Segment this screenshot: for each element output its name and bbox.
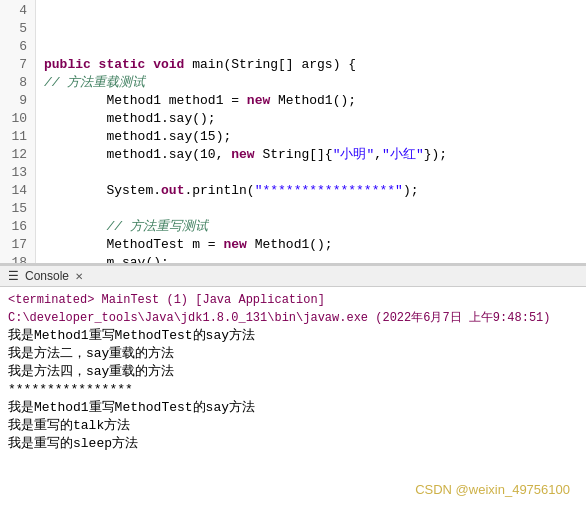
editor-area: 456789101112131415161718192021222324 pub…: [0, 0, 586, 265]
code-content[interactable]: public static void main(String[] args) {…: [36, 0, 586, 263]
code-line-14: MethodTest m = new Method1();: [44, 236, 578, 254]
line-number-9: 9: [4, 92, 27, 110]
line-number-10: 10: [4, 110, 27, 128]
console-hint: ✕: [75, 271, 83, 282]
console-output-line-1: 我是方法二，say重载的方法: [8, 345, 578, 363]
code-line-8: method1.say(15);: [44, 128, 578, 146]
console-icon: ☰: [8, 269, 19, 283]
line-number-11: 11: [4, 128, 27, 146]
console-terminated: <terminated> MainTest (1) [Java Applicat…: [8, 291, 578, 327]
line-number-12: 12: [4, 146, 27, 164]
console-header: ☰ Console ✕: [0, 265, 586, 287]
code-line-13: // 方法重写测试: [44, 218, 578, 236]
code-line-6: Method1 method1 = new Method1();: [44, 92, 578, 110]
code-line-11: System.out.println("*****************");: [44, 182, 578, 200]
console-output-line-0: 我是Method1重写MethodTest的say方法: [8, 327, 578, 345]
line-number-4: 4: [4, 2, 27, 20]
code-line-5: // 方法重载测试: [44, 74, 578, 92]
line-number-6: 6: [4, 38, 27, 56]
code-line-7: method1.say();: [44, 110, 578, 128]
console-label: Console: [25, 269, 69, 283]
console-body: <terminated> MainTest (1) [Java Applicat…: [0, 287, 586, 507]
console-output-line-2: 我是方法四，say重载的方法: [8, 363, 578, 381]
console-output-line-3: ****************: [8, 381, 578, 399]
console-output: 我是Method1重写MethodTest的say方法我是方法二，say重载的方…: [8, 327, 578, 453]
line-number-8: 8: [4, 74, 27, 92]
console-output-line-4: 我是Method1重写MethodTest的say方法: [8, 399, 578, 417]
code-line-10: [44, 164, 578, 182]
console-output-line-5: 我是重写的talk方法: [8, 417, 578, 435]
line-number-13: 13: [4, 164, 27, 182]
console-output-line-6: 我是重写的sleep方法: [8, 435, 578, 453]
line-number-7: 7: [4, 56, 27, 74]
line-number-15: 15: [4, 200, 27, 218]
line-numbers: 456789101112131415161718192021222324: [0, 0, 36, 263]
watermark: CSDN @weixin_49756100: [415, 481, 570, 499]
code-line-15: m.say();: [44, 254, 578, 263]
line-number-17: 17: [4, 236, 27, 254]
code-line-4: public static void main(String[] args) {: [44, 56, 578, 74]
line-number-14: 14: [4, 182, 27, 200]
line-number-18: 18: [4, 254, 27, 263]
console-area: ☰ Console ✕ <terminated> MainTest (1) [J…: [0, 265, 586, 507]
code-line-12: [44, 200, 578, 218]
line-number-5: 5: [4, 20, 27, 38]
line-number-16: 16: [4, 218, 27, 236]
code-line-9: method1.say(10, new String[]{"小明","小红"})…: [44, 146, 578, 164]
